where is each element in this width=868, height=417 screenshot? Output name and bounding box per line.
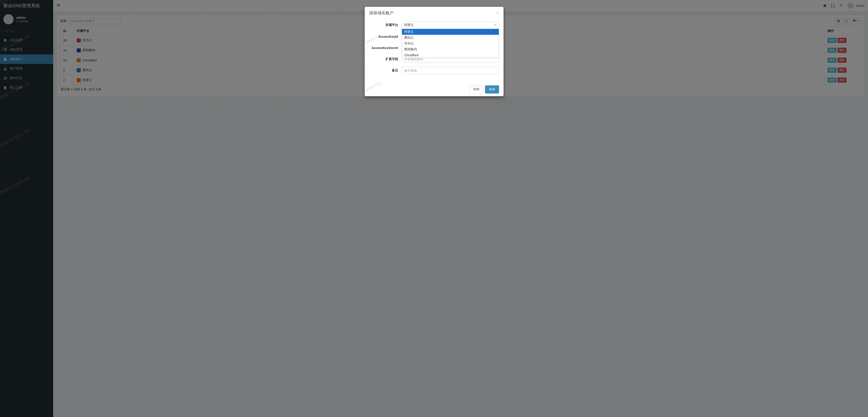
platform-option-1[interactable]: 腾讯云 [402,35,499,41]
add-account-modal: 添加域名账户 × 所属平台 阿里云 阿里云腾讯云华为云西部数码Cloudflar… [365,7,503,96]
platform-selected-value: 阿里云 [404,23,414,27]
aks-label: AccessKeySecret [369,46,398,50]
platform-option-3[interactable]: 西部数码 [402,46,499,53]
remark-label: 备注 [369,68,398,72]
platform-select[interactable]: 阿里云 [402,21,499,29]
ext-label: 扩展字段 [369,57,398,61]
chevron-down-icon [494,24,497,27]
platform-option-4[interactable]: Cloudflare [402,53,499,58]
remark-input[interactable] [402,67,499,74]
platform-label: 所属平台 [369,23,398,27]
akid-label: AccessKeyId [369,35,398,38]
platform-option-0[interactable]: 阿里云 [402,29,499,35]
platform-dropdown: 阿里云腾讯云华为云西部数码Cloudflare [402,29,499,58]
close-button[interactable]: 关闭 [469,85,483,94]
save-button[interactable]: 保存 [485,85,499,94]
modal-title: 添加域名账户 [369,10,394,15]
platform-option-2[interactable]: 华为云 [402,41,499,46]
close-icon[interactable]: × [496,10,499,15]
